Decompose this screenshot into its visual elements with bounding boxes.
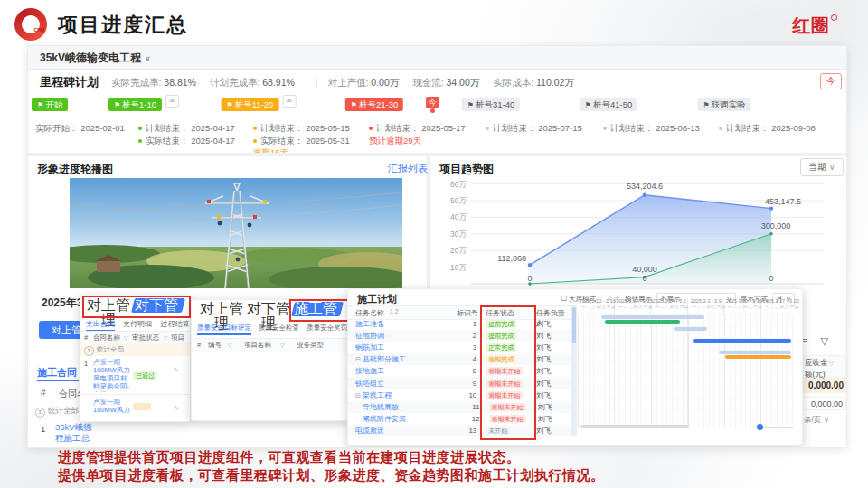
brand-registered-icon xyxy=(831,14,837,21)
task-status: 逾期未开始 xyxy=(486,403,538,411)
carousel-title: 形象进度轮播图 xyxy=(37,162,113,177)
task-id: 8 xyxy=(453,367,482,375)
flag-icon: ⚑ xyxy=(351,101,357,109)
svg-text:30万: 30万 xyxy=(450,230,467,239)
flag-icon: ⚑ xyxy=(703,101,709,109)
winA-row2-status-badge xyxy=(133,403,151,410)
signature-icon: ✎ xyxy=(174,405,179,412)
gantt-window-title: 施工计划 xyxy=(357,293,397,306)
task-status: 提前完成 xyxy=(482,332,536,340)
task-status: 未开始 xyxy=(482,427,536,435)
mail-icon[interactable]: ✉ xyxy=(282,95,296,108)
caption-line-1: 进度管理提供首页项目进度组件，可直观查看当前在建项目进度进展状态。 xyxy=(58,449,521,466)
milestone-badge[interactable]: ⚑开始 xyxy=(32,98,68,111)
table-settings-icons[interactable]: ≡▽ xyxy=(802,335,841,347)
task-name-link[interactable]: 紧线附件安装 xyxy=(348,414,457,424)
milestone-badge[interactable]: ⚑桩号21-30 xyxy=(345,98,403,111)
task-status: 提前完成 xyxy=(482,320,536,328)
tab-upper-mgmt[interactable]: 对上管理 xyxy=(199,302,244,316)
milestone-badge-group: ⚑桩号11-20✉ xyxy=(222,95,297,111)
progress-photo[interactable] xyxy=(70,178,402,288)
milestone-badge[interactable]: ⚑桩号1-10 xyxy=(108,98,162,111)
task-name-link[interactable]: 接地施工 xyxy=(348,366,453,376)
sort-indicator[interactable]: 1 2 xyxy=(390,308,399,314)
winA-row1-contract-link[interactable]: 卢发一期100MW风力风电项目材料采购合同-电缆 xyxy=(93,358,131,392)
filter-icon[interactable]: ▽ xyxy=(830,361,835,366)
task-name-link[interactable]: 导地线展放 xyxy=(348,402,457,412)
gantt-bar[interactable] xyxy=(605,320,680,324)
gantt-bar[interactable] xyxy=(601,315,704,319)
task-name-link[interactable]: 铁塔组立 xyxy=(348,379,453,389)
zoom-slider-handle[interactable] xyxy=(757,424,763,430)
gantt-bar[interactable] xyxy=(725,355,791,359)
milestone-badge-group: ⚑桩号31-40 xyxy=(462,95,520,111)
brand-logo: 红圈 xyxy=(792,14,837,38)
table-row: 征地协调2提前完成刘飞 xyxy=(348,330,571,342)
tab-lower-mgmt[interactable]: 对下管理 xyxy=(131,298,185,313)
base-row-link[interactable]: 程施工总 xyxy=(55,433,90,445)
zoom-slider-track[interactable] xyxy=(762,427,793,428)
milestone-badge[interactable]: ⚑桩号31-40 xyxy=(462,98,520,111)
subtab-quality-target[interactable]: 质量安全目标评定 xyxy=(197,324,251,335)
today-button[interactable]: 今 xyxy=(820,73,842,89)
filter-icon[interactable]: ▽ xyxy=(164,334,168,341)
milestone-badge[interactable]: ⚑联调实验 xyxy=(697,98,750,111)
subtab-payment-detail[interactable]: 支付明细 xyxy=(123,320,152,328)
task-name-link[interactable]: ⊟基础部分施工 xyxy=(348,354,453,364)
filter-icon[interactable]: ▽ xyxy=(280,342,285,348)
task-name-link[interactable]: 征地协调 xyxy=(348,331,453,341)
task-owner: 刘飞 xyxy=(536,379,571,389)
task-owner: 刘飞 xyxy=(538,402,571,412)
flag-icon: ⚑ xyxy=(114,101,120,109)
base-sum-row: Σ统计全部 xyxy=(35,406,79,418)
task-name-link[interactable]: 施工准备 xyxy=(348,319,453,329)
report-list-link[interactable]: 汇报列表 xyxy=(388,162,428,175)
row-divider xyxy=(80,394,190,395)
subtab-quality-check[interactable]: 质量安全检查 xyxy=(259,324,299,332)
vertical-scrollbar[interactable] xyxy=(571,305,577,436)
tab-lower-mgmt[interactable]: 对下管理 xyxy=(246,302,291,316)
svg-text:60万: 60万 xyxy=(450,180,467,189)
milestone-badge[interactable]: ⚑桩号41-50 xyxy=(580,98,637,111)
task-name-link[interactable]: 钢筋加工 xyxy=(348,343,453,352)
table-row: 钢筋加工3正常完成刘飞 xyxy=(348,342,571,353)
trend-chart: 10万20万30万40万50万60万112,868534,204.6453,14… xyxy=(439,177,846,295)
winA-row2-contract-link[interactable]: 卢发一期100MW风力 xyxy=(93,398,131,419)
filter-icon[interactable]: ▽ xyxy=(228,342,232,348)
svg-text:453,147.5: 453,147.5 xyxy=(765,197,801,206)
milestone-details: 计划结束： 2025-09-08 xyxy=(719,122,816,135)
gantt-bar[interactable] xyxy=(693,339,791,343)
app-logo-icon: CRM xyxy=(14,8,47,41)
horizontal-scrollbar[interactable] xyxy=(580,425,689,428)
table-row: ⊟基础部分施工4逾期完成刘飞 xyxy=(348,353,571,365)
gantt-week-column: 2025.3.10 - 3.16一二三四五六日 xyxy=(724,298,761,314)
base-col-index: # xyxy=(41,388,46,398)
task-id: 2 xyxy=(453,332,482,340)
subtab-quality-reward[interactable]: 质量安全奖罚 xyxy=(307,324,347,332)
task-status: 逾期完成 xyxy=(482,355,536,363)
tab-upper-mgmt[interactable]: 对上管理 xyxy=(86,298,131,313)
filter-icon[interactable]: ▽ xyxy=(124,334,128,341)
collapse-icon[interactable]: ⊟ xyxy=(355,392,361,399)
project-selector[interactable]: 35kV峨德输变电工程 ∨ xyxy=(40,51,151,66)
gantt-bar[interactable] xyxy=(719,351,791,354)
page-size-select[interactable]: 条/页 ∨ xyxy=(804,415,829,426)
svg-text:534,204.6: 534,204.6 xyxy=(627,182,663,191)
collapse-icon[interactable]: ⊟ xyxy=(355,356,361,362)
gantt-week-column: 2025.2.17 - 2.23一二三四五六日 xyxy=(615,298,652,314)
milestone-badge-group: ⚑桩号21-30 xyxy=(345,95,403,111)
task-name-link[interactable]: ⊟架线工程 xyxy=(348,390,453,400)
period-select[interactable]: 当期 ∨ xyxy=(800,158,844,176)
trend-title: 项目趋势图 xyxy=(439,162,494,177)
mail-icon[interactable]: ✉ xyxy=(165,95,179,108)
task-name-link[interactable]: 电缆敷设 xyxy=(348,426,453,436)
flag-icon: ⚑ xyxy=(467,101,474,109)
construction-plan-window: 施工计划 ☐ 大屏模式 | 今天 预估展示 不展示∨ 显示方式 月∨ 任务名称 … xyxy=(347,288,803,446)
milestone-details: 计划结束： 2025-07-15 xyxy=(486,122,582,135)
gantt-bar[interactable] xyxy=(674,327,707,331)
winA-row1-index: 1 xyxy=(84,360,88,368)
milestone-badge[interactable]: ⚑桩号11-20 xyxy=(222,98,279,111)
base-construction-contract-tab[interactable]: 施工合同 xyxy=(37,366,77,380)
subtab-process-settle[interactable]: 过程结算 xyxy=(160,320,189,328)
tab-construction-mgmt[interactable]: 施工管理 xyxy=(291,302,344,316)
